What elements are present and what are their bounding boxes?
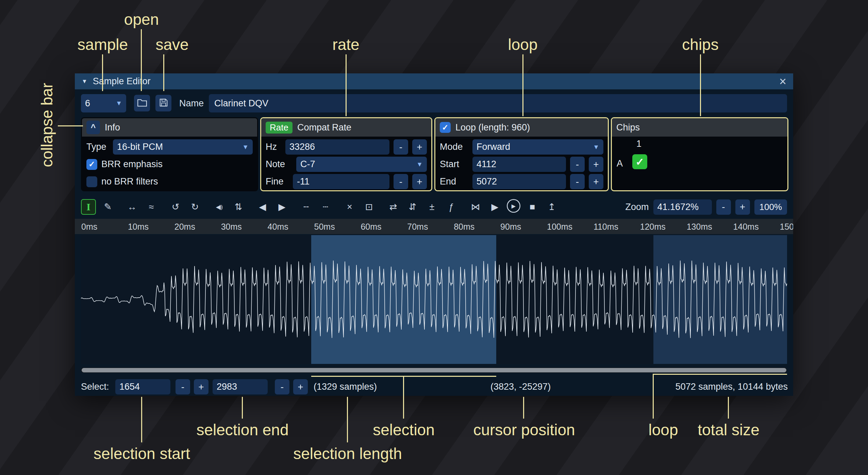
annotation-line-selection-length xyxy=(347,397,348,442)
zoom-value: 41.1672% xyxy=(657,202,699,212)
selection-end-plus-button[interactable]: + xyxy=(293,379,308,394)
loop-start-plus-button[interactable]: + xyxy=(589,157,603,172)
annotation-line-loop-bottom xyxy=(653,374,654,419)
loop-start-input[interactable]: 4112 xyxy=(472,157,566,172)
hz-plus-button[interactable]: + xyxy=(412,139,427,155)
open-button[interactable] xyxy=(134,95,150,111)
trim-button[interactable]: ⊡ xyxy=(362,199,377,215)
scrollbar-thumb[interactable] xyxy=(82,368,786,372)
loop-end-plus-button[interactable]: + xyxy=(589,174,603,189)
brr-emphasis-label: BRR emphasis xyxy=(101,159,163,170)
timeline-label: 10ms xyxy=(128,222,149,232)
select-label: Select: xyxy=(81,378,109,396)
page-background: ▼ Sample Editor × 6 ▼ Name Clarinet DQV xyxy=(0,0,868,475)
toolbar-button-groups: I✎↔≈↺↻◀))⇅◀▶╌┄×⊡⇄⇵±ƒ⋈▶▶■↥ xyxy=(81,199,568,215)
preview-button[interactable]: ▶ xyxy=(487,199,502,215)
note-dropdown[interactable]: C-7 ▼ xyxy=(296,157,427,172)
hz-input[interactable]: 33286 xyxy=(285,139,389,155)
select-mode-button[interactable]: I xyxy=(81,199,96,215)
fade-in-button[interactable]: ▶ xyxy=(274,199,289,215)
type-value: 16-bit PCM xyxy=(117,142,242,152)
waveform-view[interactable] xyxy=(81,235,787,364)
sample-selector[interactable]: 6 ▼ xyxy=(81,94,126,112)
annotation-rate: rate xyxy=(332,35,359,54)
chevron-down-icon: ▼ xyxy=(593,143,599,151)
selection-end-value: 2983 xyxy=(217,382,237,392)
invert-button[interactable]: ⇵ xyxy=(405,199,420,215)
zoom-out-button[interactable]: - xyxy=(716,199,731,215)
annotation-line-loop xyxy=(522,54,523,116)
fine-input[interactable]: -11 xyxy=(293,174,389,189)
toolbar-group: ◀))⇅ xyxy=(212,199,246,215)
note-label: Note xyxy=(266,159,292,170)
apply-silence-button[interactable]: ┄ xyxy=(318,199,333,215)
sample-name-value: Clarinet DQV xyxy=(214,98,268,109)
total-size-text: 5072 samples, 10144 bytes xyxy=(675,378,788,396)
window-titlebar[interactable]: ▼ Sample Editor × xyxy=(75,73,793,89)
amplify-button[interactable]: ◀)) xyxy=(212,199,227,215)
zoom-controls: Zoom 41.1672% - + 100% xyxy=(625,199,787,215)
annotation-line-selection xyxy=(403,376,404,419)
normalize-button[interactable]: ⇅ xyxy=(231,199,246,215)
type-dropdown[interactable]: 16-bit PCM ▼ xyxy=(113,139,253,155)
sample-toolbar: I✎↔≈↺↻◀))⇅◀▶╌┄×⊡⇄⇵±ƒ⋈▶▶■↥ Zoom 41.1672% … xyxy=(75,198,793,216)
zoom-label: Zoom xyxy=(625,202,649,212)
collapse-bar-button[interactable]: ^ xyxy=(86,121,100,134)
selection-start-plus-button[interactable]: + xyxy=(194,379,208,394)
fine-minus-button[interactable]: - xyxy=(394,174,408,189)
redo-button[interactable]: ↻ xyxy=(187,199,202,215)
draw-mode-button[interactable]: ✎ xyxy=(100,199,115,215)
chip-enable-checkbox[interactable]: ✓ xyxy=(632,154,647,169)
toolbar-group: ⋈▶▶■↥ xyxy=(468,199,559,215)
toolbar-group: ↺↻ xyxy=(168,199,202,215)
brr-emphasis-checkbox[interactable]: ✓ xyxy=(86,159,97,170)
rate-badge: Rate xyxy=(266,122,293,134)
timeline-label: 90ms xyxy=(500,222,521,232)
loop-start-minus-button[interactable]: - xyxy=(570,157,585,172)
crossfade-button[interactable]: ⋈ xyxy=(468,199,483,215)
no-brr-filters-checkbox[interactable] xyxy=(86,176,97,187)
close-icon[interactable]: × xyxy=(779,75,786,88)
hz-minus-button[interactable]: - xyxy=(394,139,408,155)
loop-enable-checkbox[interactable]: ✓ xyxy=(440,122,451,133)
reverse-button[interactable]: ⇄ xyxy=(386,199,401,215)
selection-start-input[interactable]: 1654 xyxy=(115,379,170,394)
zoom-in-button[interactable]: + xyxy=(735,199,750,215)
toolbar-group: ╌┄ xyxy=(299,199,333,215)
stop-button[interactable]: ■ xyxy=(525,199,540,215)
loop-mode-dropdown[interactable]: Forward ▼ xyxy=(472,139,603,155)
timeline-label: 100ms xyxy=(547,222,572,232)
preview-loop-button[interactable]: ▶ xyxy=(507,199,520,213)
loop-end-value: 5072 xyxy=(477,176,497,187)
annotation-sample: sample xyxy=(78,35,128,54)
zoom-reset-button[interactable]: 100% xyxy=(754,199,787,215)
loop-end-input[interactable]: 5072 xyxy=(472,174,566,189)
selection-start-minus-button[interactable]: - xyxy=(176,379,190,394)
fine-plus-button[interactable]: + xyxy=(412,174,427,189)
undo-button[interactable]: ↺ xyxy=(168,199,183,215)
timeline-label: 20ms xyxy=(174,222,195,232)
zoom-input[interactable]: 41.1672% xyxy=(653,199,712,215)
sign-button[interactable]: ± xyxy=(424,199,439,215)
selection-end-input[interactable]: 2983 xyxy=(213,379,268,394)
toolbar-group: ◀▶ xyxy=(255,199,289,215)
chip-column-header: 1 xyxy=(636,139,641,149)
selection-end-minus-button[interactable]: - xyxy=(275,379,289,394)
fade-out-button[interactable]: ◀ xyxy=(255,199,270,215)
insert-silence-button[interactable]: ╌ xyxy=(299,199,314,215)
annotation-loop-bottom: loop xyxy=(649,421,678,439)
window-collapse-icon[interactable]: ▼ xyxy=(82,78,87,85)
import-button[interactable]: ↥ xyxy=(544,199,559,215)
annotation-line-chips xyxy=(700,54,701,116)
rate-panel: Rate Compat Rate Hz 33286 - + Note C-7 ▼ xyxy=(260,117,432,191)
loop-end-minus-button[interactable]: - xyxy=(570,174,585,189)
filter-button[interactable]: ƒ xyxy=(444,199,459,215)
delete-button[interactable]: × xyxy=(342,199,357,215)
resample-button[interactable]: ≈ xyxy=(144,199,159,215)
resize-button[interactable]: ↔ xyxy=(124,199,139,215)
info-panel-header: ^ Info xyxy=(82,118,257,137)
chevron-down-icon: ▼ xyxy=(416,161,423,168)
timeline-label: 50ms xyxy=(314,222,335,232)
save-button[interactable] xyxy=(155,95,171,111)
waveform-scrollbar[interactable] xyxy=(81,368,787,373)
